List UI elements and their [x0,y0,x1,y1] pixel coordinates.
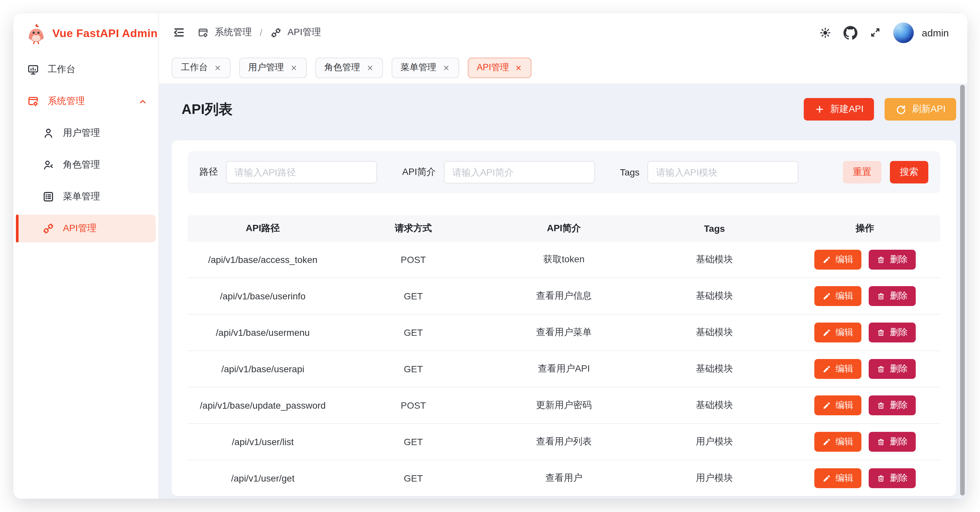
edit-button[interactable]: 编辑 [815,468,861,488]
tab[interactable]: API管理 [468,57,532,78]
delete-button[interactable]: 删除 [869,432,916,452]
edit-label: 编辑 [835,290,853,302]
actions-cell: 编辑 删除 [790,323,940,342]
table-row: /api/v1/base/access_token POST 获取token 基… [188,242,940,278]
scrollbar-thumb[interactable] [960,85,965,495]
actions-cell: 编辑 删除 [790,432,940,452]
tags-cell: 用户模块 [639,472,789,484]
api-path-cell: /api/v1/base/update_password [188,400,338,411]
edit-button[interactable]: 编辑 [815,323,861,342]
menu-list-icon [42,191,54,203]
github-button[interactable] [843,25,858,40]
delete-button[interactable]: 删除 [869,286,916,306]
table-header-row: API路径 请求方式 API简介 Tags 操作 [188,215,940,242]
breadcrumb-item-system[interactable]: 系统管理 [197,27,252,38]
column-header-path: API路径 [188,223,338,234]
delete-label: 删除 [890,363,908,375]
tags-cell: 用户模块 [639,436,789,448]
api-path-cell: /api/v1/user/list [188,436,338,447]
tab-bar: 工作台 用户管理 角色管理 菜单管理 API管理 [159,52,967,83]
sidebar-item-roles[interactable]: 角色管理 [16,151,156,179]
sidebar-item-label: 角色管理 [63,159,100,171]
monitor-icon [27,64,39,76]
pencil-icon [822,474,831,483]
api-path-cell: /api/v1/base/usermenu [188,327,338,338]
tab-label: 角色管理 [325,62,360,73]
path-input[interactable] [226,161,377,183]
tab-label: 菜单管理 [401,62,436,73]
method-cell: POST [338,400,488,411]
sidebar-item-label: 工作台 [48,64,76,76]
close-icon[interactable] [515,64,522,71]
edit-button[interactable]: 编辑 [815,432,861,452]
app-logo[interactable]: Vue FastAPI Admin [13,13,158,48]
delete-button[interactable]: 删除 [869,323,916,342]
edit-button[interactable]: 编辑 [815,396,861,415]
tab-label: 工作台 [181,62,208,73]
trash-icon [877,255,885,264]
edit-label: 编辑 [835,326,853,339]
api-table: API路径 请求方式 API简介 Tags 操作 /api/v1/base/ac… [188,215,940,496]
create-api-label: 新建API [830,103,864,115]
refresh-api-button[interactable]: 刷新API [885,98,956,121]
trash-icon [877,474,885,483]
delete-button[interactable]: 删除 [869,468,916,488]
pencil-icon [822,292,831,301]
tab-label: API管理 [477,62,509,73]
summary-input[interactable] [444,161,595,183]
breadcrumb-item-api[interactable]: API管理 [270,27,321,38]
column-header-method: 请求方式 [338,223,488,234]
close-icon[interactable] [366,64,373,71]
delete-button[interactable]: 删除 [869,359,916,379]
sidebar: Vue FastAPI Admin 工作台 系统管理 [13,13,159,499]
tab[interactable]: 菜单管理 [391,57,459,78]
tags-input[interactable] [648,161,799,183]
pencil-icon [822,437,831,446]
plug-icon [270,27,282,38]
active-indicator-bar [16,215,19,242]
table-row: /api/v1/user/list GET 查看用户列表 用户模块 编辑 删除 [188,424,940,460]
delete-label: 删除 [890,326,908,339]
tab[interactable]: 工作台 [172,57,230,78]
system-settings-icon [197,27,209,38]
edit-button[interactable]: 编辑 [815,359,861,379]
tab[interactable]: 用户管理 [239,57,307,78]
breadcrumb-label: API管理 [288,27,321,38]
table-row: /api/v1/user/get GET 查看用户 用户模块 编辑 删除 [188,460,940,496]
sidebar-item-users[interactable]: 用户管理 [16,119,156,147]
edit-button[interactable]: 编辑 [815,250,861,270]
summary-cell: 获取token [489,254,639,266]
column-header-summary: API简介 [489,223,639,234]
tab[interactable]: 角色管理 [315,57,383,78]
close-icon[interactable] [214,64,221,71]
sidebar-item-workbench[interactable]: 工作台 [16,56,156,83]
theme-toggle-button[interactable] [819,26,832,39]
sidebar-item-api[interactable]: API管理 [16,215,156,242]
fullscreen-button[interactable] [869,27,881,38]
close-icon[interactable] [442,64,450,71]
collapse-sidebar-button[interactable] [172,26,186,39]
sidebar-item-system[interactable]: 系统管理 [16,87,156,115]
github-icon [843,25,858,40]
sidebar-item-menus[interactable]: 菜单管理 [16,183,156,211]
username[interactable]: admin [922,27,949,38]
table-row: /api/v1/base/userinfo GET 查看用户信息 基础模块 编辑… [188,278,940,315]
breadcrumb: 系统管理 / API管理 [197,27,321,38]
create-api-button[interactable]: 新建API [804,98,874,121]
avatar[interactable] [893,22,914,43]
edit-button[interactable]: 编辑 [815,286,861,306]
delete-button[interactable]: 删除 [869,396,916,415]
system-settings-icon [27,95,39,107]
summary-cell: 查看用户信息 [489,290,639,302]
page-content: API列表 新建API 刷新API [159,83,967,499]
close-icon[interactable] [290,64,297,71]
reset-button[interactable]: 重置 [843,161,881,183]
actions-cell: 编辑 删除 [790,468,940,488]
plus-icon [815,104,825,114]
pencil-icon [822,255,831,264]
api-list-card: 路径 API简介 Tags 重置 搜索 API路径 请求方式 [172,140,956,496]
search-button[interactable]: 搜索 [890,161,928,183]
tags-cell: 基础模块 [639,363,789,375]
delete-button[interactable]: 删除 [869,250,916,270]
refresh-icon [896,104,907,115]
